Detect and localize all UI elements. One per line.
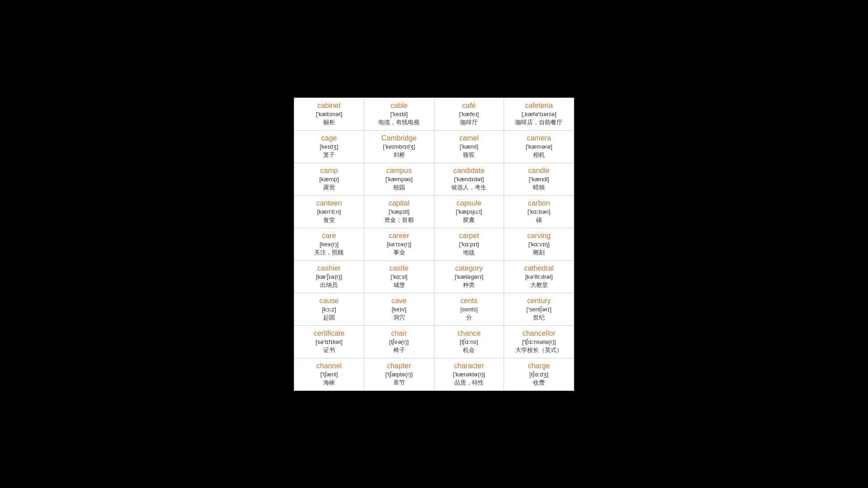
vocab-cell: cafeteria [ˌkæfə'tɪərɪə] 咖啡店，自助餐厅 <box>504 98 574 130</box>
chinese-label: 椅子 <box>366 346 432 354</box>
word-label: cathedral <box>506 264 572 272</box>
phonetic-label: ['kæmpəs] <box>366 176 432 183</box>
phonetic-label: [kæn'tiːn] <box>296 208 362 215</box>
word-label: carbon <box>506 199 572 207</box>
chinese-label: 地毯 <box>436 249 502 257</box>
chinese-label: 蜡烛 <box>506 183 572 192</box>
word-label: cabinet <box>296 102 362 110</box>
word-label: capsule <box>436 199 502 207</box>
chinese-label: 出纳员 <box>296 281 362 289</box>
word-label: Cambridge <box>366 134 432 142</box>
phonetic-label: ['kæpɪtl] <box>366 208 432 215</box>
chinese-label: 剑桥 <box>366 151 432 159</box>
phonetic-label: [keɪv] <box>366 306 432 313</box>
phonetic-label: [tʃɑːdʒ] <box>506 371 572 378</box>
phonetic-label: [sents] <box>436 306 502 313</box>
chinese-label: 海峡 <box>296 379 362 387</box>
phonetic-label: ['keɪmbrɪdʒ] <box>366 143 432 150</box>
chinese-label: 笼子 <box>296 151 362 159</box>
chinese-label: 胶囊 <box>436 216 502 224</box>
chinese-label: 大学校长（英式） <box>506 346 572 354</box>
vocab-cell: capital ['kæpɪtl] 资金；首都 <box>364 195 434 228</box>
chinese-label: 相机 <box>506 151 572 159</box>
word-label: charge <box>506 362 572 370</box>
phonetic-label: ['kændɪdət] <box>436 176 502 183</box>
vocab-cell: cathedral [kə'θiːdrəl] 大教堂 <box>504 260 574 293</box>
word-label: carpet <box>436 232 502 240</box>
vocab-cell: camp [kæmp] 露营 <box>294 163 364 195</box>
phonetic-label: [tʃɑːns] <box>436 338 502 345</box>
vocab-cell: café ['kæfeɪ] 咖啡厅 <box>434 98 504 130</box>
phonetic-label: [kæ'ʃɪə(r)] <box>296 273 362 280</box>
vocab-cell: charge [tʃɑːdʒ] 收费 <box>504 358 574 390</box>
phonetic-label: ['kɑːsl] <box>366 273 432 280</box>
phonetic-label: ['kæbɪnət] <box>296 111 362 117</box>
word-label: cage <box>296 134 362 142</box>
vocab-cell: category ['kætəgərɪ] 种类 <box>434 260 504 293</box>
chinese-label: 候选人，考生 <box>436 183 502 192</box>
vocab-cell: carbon ['kɑːbən] 碳 <box>504 195 574 228</box>
phonetic-label: [kɔːz] <box>296 306 362 313</box>
vocab-cell: chance [tʃɑːns] 机会 <box>434 325 504 358</box>
phonetic-label: [kæmp] <box>296 176 362 183</box>
chinese-label: 收费 <box>506 379 572 387</box>
phonetic-label: [keɪdʒ] <box>296 143 362 150</box>
phonetic-label: [tʃeə(r)] <box>366 338 432 345</box>
chinese-label: 露营 <box>296 183 362 192</box>
vocab-cell: century ['sentʃərɪ] 世纪 <box>504 293 574 325</box>
word-label: channel <box>296 362 362 370</box>
chinese-label: 食堂 <box>296 216 362 224</box>
vocab-cell: campus ['kæmpəs] 校园 <box>364 163 434 195</box>
vocab-cell: castle ['kɑːsl] 城堡 <box>364 260 434 293</box>
vocab-cell: cable ['keɪbl] 电缆，有线电视 <box>364 98 434 130</box>
word-label: chance <box>436 329 502 338</box>
vocab-cell: Cambridge ['keɪmbrɪdʒ] 剑桥 <box>364 130 434 163</box>
vocab-cell: cave [keɪv] 洞穴 <box>364 293 434 325</box>
phonetic-label: ['kændl] <box>506 176 572 183</box>
phonetic-label: [keə(r)] <box>296 241 362 248</box>
word-label: cents <box>436 297 502 305</box>
word-label: carving <box>506 232 572 240</box>
chinese-label: 大教堂 <box>506 281 572 289</box>
vocab-cell: chancellor ['tʃɑːnsələ(r)] 大学校长（英式） <box>504 325 574 358</box>
phonetic-label: [sə'tɪfɪkət] <box>296 338 362 345</box>
chinese-label: 校园 <box>366 183 432 192</box>
word-label: chancellor <box>506 329 572 338</box>
phonetic-label: ['kætəgərɪ] <box>436 273 502 280</box>
chinese-label: 橱柜 <box>296 118 362 127</box>
word-label: camp <box>296 167 362 175</box>
chinese-label: 咖啡店，自助餐厅 <box>506 118 572 127</box>
phonetic-label: ['tʃæptə(r)] <box>366 371 432 378</box>
phonetic-label: ['kæfeɪ] <box>436 111 502 117</box>
word-label: category <box>436 264 502 272</box>
word-label: capital <box>366 199 432 207</box>
vocab-cell: certificate [sə'tɪfɪkət] 证书 <box>294 325 364 358</box>
vocab-cell: channel ['tʃænl] 海峡 <box>294 358 364 390</box>
chinese-label: 种类 <box>436 281 502 289</box>
chinese-label: 关注，照顾 <box>296 249 362 257</box>
vocab-cell: candidate ['kændɪdət] 候选人，考生 <box>434 163 504 195</box>
vocab-cell: capsule ['kæpsjuːl] 胶囊 <box>434 195 504 228</box>
chinese-label: 碳 <box>506 216 572 224</box>
word-label: camera <box>506 134 572 142</box>
vocab-cell: canteen [kæn'tiːn] 食堂 <box>294 195 364 228</box>
chinese-label: 电缆，有线电视 <box>366 118 432 127</box>
phonetic-label: ['tʃænl] <box>296 371 362 378</box>
word-label: cafeteria <box>506 102 572 110</box>
vocab-cell: carving ['kɑːvɪŋ] 雕刻 <box>504 228 574 260</box>
phonetic-label: ['kɑːpɪt] <box>436 241 502 248</box>
word-label: canteen <box>296 199 362 207</box>
vocabulary-table: cabinet ['kæbɪnət] 橱柜 cable ['keɪbl] 电缆，… <box>294 98 574 391</box>
word-label: campus <box>366 167 432 175</box>
chinese-label: 骆驼 <box>436 151 502 159</box>
vocab-cell: cabinet ['kæbɪnət] 橱柜 <box>294 98 364 130</box>
word-label: chair <box>366 329 432 338</box>
phonetic-label: ['kæmərə] <box>506 143 572 150</box>
chinese-label: 章节 <box>366 379 432 387</box>
vocab-cell: camera ['kæmərə] 相机 <box>504 130 574 163</box>
chinese-label: 事业 <box>366 249 432 257</box>
vocab-cell: chapter ['tʃæptə(r)] 章节 <box>364 358 434 390</box>
chinese-label: 洞穴 <box>366 314 432 322</box>
vocab-cell: career [kə'rɪə(r)] 事业 <box>364 228 434 260</box>
chinese-label: 城堡 <box>366 281 432 289</box>
